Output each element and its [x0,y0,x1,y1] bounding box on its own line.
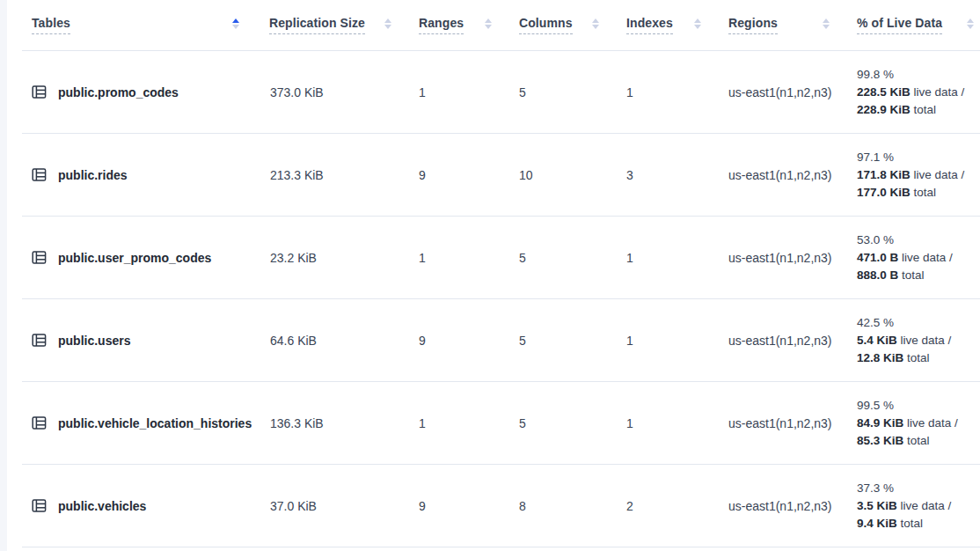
regions-cell: us-east1(n1,n2,n3) [719,85,847,99]
live-data-percent: 53.0 % [857,231,980,249]
regions-cell: us-east1(n1,n2,n3) [719,168,847,182]
live-data-amount: 171.8 KiB live data / [857,166,980,184]
column-header-label: Columns [519,16,573,34]
table-name: public.vehicles [58,499,146,513]
sort-asc-icon[interactable] [694,18,701,23]
table-header-row: Tables Replication Size Ranges [22,0,980,51]
column-header-ranges[interactable]: Ranges [409,16,509,34]
regions-cell: us-east1(n1,n2,n3) [719,416,847,430]
table-icon [32,250,47,265]
table-icon [32,415,47,430]
regions-cell: us-east1(n1,n2,n3) [719,251,847,265]
indexes-cell: 1 [617,85,719,99]
sort-desc-icon[interactable] [823,25,830,29]
indexes-cell: 1 [617,416,719,430]
sort-asc-icon[interactable] [485,18,492,23]
ranges-cell: 1 [409,85,509,99]
column-header-columns[interactable]: Columns [509,16,617,34]
column-header-label: Ranges [419,16,464,34]
sort-control[interactable] [384,18,391,29]
columns-cell: 5 [509,251,617,265]
columns-cell: 5 [509,416,617,430]
sort-desc-icon[interactable] [967,25,974,29]
sort-desc-icon[interactable] [694,25,701,29]
indexes-cell: 2 [617,499,719,513]
table-body: public.promo_codes 373.0 KiB 1 5 1 us-ea… [22,51,980,547]
table-name-link[interactable]: public.users [22,333,260,348]
live-data-amount: 228.5 KiB live data / [857,84,980,101]
live-data-amount: 84.9 KiB live data / [857,415,980,432]
columns-cell: 5 [509,334,617,348]
column-header-live-data[interactable]: % of Live Data [847,16,980,34]
sort-asc-icon[interactable] [384,18,391,23]
sort-control[interactable] [485,18,492,29]
table-name: public.user_promo_codes [58,251,211,265]
sort-control[interactable] [967,18,974,29]
replication-size-cell: 37.0 KiB [260,499,409,513]
columns-cell: 8 [509,499,617,513]
sort-desc-icon[interactable] [232,25,239,29]
column-header-label: Regions [728,16,778,34]
sort-control[interactable] [232,18,239,29]
table-icon [32,167,47,182]
sort-desc-icon[interactable] [384,25,391,29]
live-data-cell: 99.5 % 84.9 KiB live data / 85.3 KiB tot… [847,397,980,450]
total-data-amount: 12.8 KiB total [857,349,980,367]
table-name-link[interactable]: public.promo_codes [22,84,260,99]
table-row: public.vehicles 37.0 KiB 9 8 2 us-east1(… [22,465,980,547]
sort-asc-icon[interactable] [592,18,599,23]
column-header-label: % of Live Data [857,16,942,34]
ranges-cell: 1 [409,251,509,265]
table-row: public.rides 213.3 KiB 9 10 3 us-east1(n… [22,134,980,217]
total-data-amount: 228.9 KiB total [857,101,980,119]
live-data-cell: 42.5 % 5.4 KiB live data / 12.8 KiB tota… [847,314,980,367]
column-header-regions[interactable]: Regions [719,16,847,34]
total-data-amount: 9.4 KiB total [857,515,980,533]
sort-control[interactable] [694,18,701,29]
live-data-cell: 99.8 % 228.5 KiB live data / 228.9 KiB t… [847,66,980,119]
table-name: public.promo_codes [58,85,179,99]
column-header-label: Replication Size [269,16,365,34]
table-name-link[interactable]: public.user_promo_codes [22,250,260,265]
table-row: public.vehicle_location_histories 136.3 … [22,382,980,465]
sort-asc-icon[interactable] [232,18,239,23]
live-data-cell: 53.0 % 471.0 B live data / 888.0 B total [847,231,980,284]
sort-desc-icon[interactable] [485,25,492,29]
table-name-link[interactable]: public.vehicle_location_histories [22,415,260,430]
table-row: public.users 64.6 KiB 9 5 1 us-east1(n1,… [22,299,980,382]
sort-asc-icon[interactable] [823,18,830,23]
total-data-amount: 177.0 KiB total [857,184,980,202]
page-background-strip [0,0,7,551]
column-header-label: Indexes [626,16,673,34]
ranges-cell: 9 [409,168,509,182]
column-header-replication-size[interactable]: Replication Size [260,16,409,34]
ranges-cell: 9 [409,334,509,348]
sort-desc-icon[interactable] [592,25,599,29]
live-data-percent: 37.3 % [857,480,980,497]
replication-size-cell: 136.3 KiB [260,416,409,430]
live-data-percent: 42.5 % [857,314,980,332]
column-header-tables[interactable]: Tables [22,16,260,34]
table-icon [32,333,47,348]
table-name: public.rides [58,168,128,182]
table-name: public.vehicle_location_histories [58,416,252,430]
total-data-amount: 85.3 KiB total [857,432,980,450]
replication-size-cell: 373.0 KiB [260,85,409,99]
table-row: public.user_promo_codes 23.2 KiB 1 5 1 u… [22,217,980,299]
table-name-link[interactable]: public.rides [22,167,260,182]
regions-cell: us-east1(n1,n2,n3) [719,334,847,348]
replication-size-cell: 23.2 KiB [260,251,409,265]
ranges-cell: 1 [409,416,509,430]
live-data-cell: 97.1 % 171.8 KiB live data / 177.0 KiB t… [847,149,980,202]
table-name-link[interactable]: public.vehicles [22,498,260,513]
table-name: public.users [58,334,130,348]
indexes-cell: 1 [617,334,719,348]
sort-control[interactable] [823,18,830,29]
live-data-amount: 3.5 KiB live data / [857,497,980,515]
live-data-amount: 5.4 KiB live data / [857,332,980,349]
column-header-indexes[interactable]: Indexes [617,16,719,34]
live-data-percent: 99.8 % [857,66,980,84]
sort-asc-icon[interactable] [967,18,974,23]
sort-control[interactable] [592,18,599,29]
live-data-percent: 97.1 % [857,149,980,166]
